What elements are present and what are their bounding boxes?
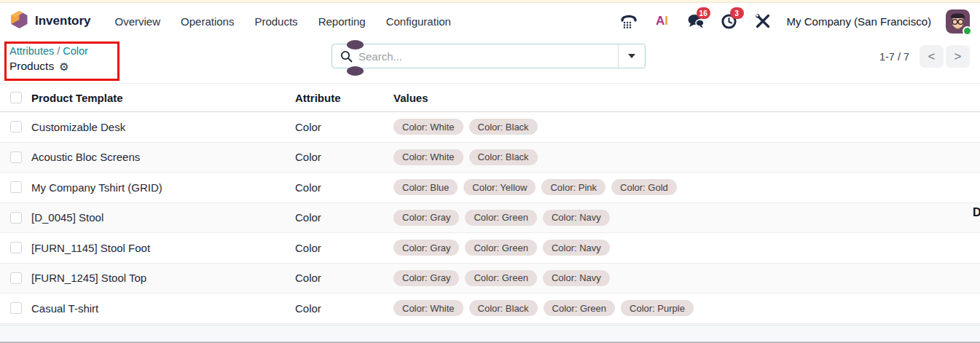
annotation-handle-bottom [347,66,364,76]
header-product-template[interactable]: Product Template [31,92,295,104]
value-badge: Color: Black [469,300,538,316]
table-row[interactable]: Acoustic Bloc ScreensColorColor: WhiteCo… [0,143,980,173]
row-checkbox[interactable] [10,272,22,284]
page-title: Products [9,59,54,74]
row-select-cell [0,242,31,253]
breadcrumb: Attributes/Color Products ⚙ [9,44,88,74]
value-badge: Color: Blue [393,179,458,195]
values-cell: Color: WhiteColor: Black [393,149,980,165]
attribute-cell: Color [295,242,393,254]
value-badge: Color: Purple [621,300,694,316]
table-row[interactable]: [FURN_1145] Stool FootColorColor: GrayCo… [0,233,980,264]
value-badge: Color: Navy [543,240,610,256]
values-cell: Color: WhiteColor: BlackColor: GreenColo… [393,300,980,316]
value-badge: Color: Green [544,300,615,316]
value-badge: Color: Green [465,270,536,286]
ai-icon[interactable]: AI [653,12,672,30]
row-select-cell [0,151,31,163]
attribute-cell: Color [295,151,393,163]
table-row[interactable]: My Company Tshirt (GRID)ColorColor: Blue… [0,173,980,203]
value-badge: Color: White [393,119,463,135]
row-select-cell [0,181,31,193]
product-template-cell: My Company Tshirt (GRID) [31,181,295,194]
value-badge: Color: Pink [541,179,605,195]
row-checkbox[interactable] [10,212,22,224]
row-select-cell [0,302,31,314]
row-checkbox[interactable] [10,302,22,314]
pager-previous-button[interactable]: < [920,45,944,68]
product-template-cell: Acoustic Bloc Screens [31,151,295,163]
company-menu[interactable]: My Company (San Francisco) [787,15,931,28]
table-header: Product Template Attribute Values [0,83,980,112]
values-cell: Color: WhiteColor: Black [393,119,980,135]
value-badge: Color: Green [465,210,536,226]
user-avatar[interactable] [946,9,970,33]
messages-count-badge: 16 [697,7,710,19]
product-template-cell: [FURN_1245] Stool Top [31,272,295,284]
messages-icon[interactable]: 16 [686,12,705,30]
menu-reporting[interactable]: Reporting [310,11,374,32]
control-panel: Attributes/Color Products ⚙ 1-7 / 7 < > [0,39,980,83]
value-badge: Color: Gold [611,179,677,195]
value-badge: Color: Green [465,240,536,256]
pager-range: 1-7 / 7 [879,51,909,63]
row-checkbox[interactable] [10,181,22,193]
table-row[interactable]: Customizable DeskColorColor: WhiteColor:… [0,112,980,143]
row-checkbox[interactable] [10,121,22,133]
table-row[interactable]: [D_0045] StoolColorColor: GrayColor: Gre… [0,203,980,234]
table-row[interactable]: Casual T-shirtColorColor: WhiteColor: Bl… [0,293,980,324]
value-badge: Color: Gray [393,270,459,286]
inventory-app-icon [10,10,28,32]
product-template-cell: Customizable Desk [31,121,295,133]
row-select-cell [0,121,31,133]
row-select-cell [0,272,31,284]
header-values[interactable]: Values [393,92,980,104]
breadcrumb-separator: / [57,45,60,57]
breadcrumb-attributes-link[interactable]: Attributes [9,45,54,57]
footer-area [0,325,980,342]
pager-next-button[interactable]: > [946,45,970,68]
main-menu: Overview Operations Products Reporting C… [107,11,459,32]
top-navbar: Inventory Overview Operations Products R… [0,3,980,39]
row-select-cell [0,212,31,224]
value-badge: Color: Navy [543,210,610,226]
values-cell: Color: GrayColor: GreenColor: Navy [393,270,980,286]
gear-icon[interactable]: ⚙ [59,61,68,72]
product-template-cell: Casual T-shirt [31,302,295,315]
search-input[interactable] [358,50,618,63]
values-cell: Color: GrayColor: GreenColor: Navy [393,210,980,226]
value-badge: Color: Black [469,119,538,135]
value-badge: Color: Gray [393,240,459,256]
attribute-cell: Color [295,181,393,194]
edge-artifact-letter: D [973,206,980,219]
attribute-cell: Color [295,302,393,315]
attribute-cell: Color [295,272,393,284]
menu-products[interactable]: Products [246,11,305,32]
pager: 1-7 / 7 < > [879,45,970,68]
search-dropdown-toggle[interactable] [618,44,645,68]
values-cell: Color: GrayColor: GreenColor: Navy [393,240,980,256]
app-switcher[interactable]: Inventory [10,10,91,32]
value-badge: Color: Gray [393,210,459,226]
row-checkbox[interactable] [10,242,22,253]
search-bar [332,44,646,68]
systray: AI 16 3 My Company (Sa [619,9,970,33]
value-badge: Color: White [393,149,463,165]
value-badge: Color: White [393,300,463,316]
row-checkbox[interactable] [10,151,22,163]
header-attribute[interactable]: Attribute [295,92,393,104]
breadcrumb-color-link[interactable]: Color [63,45,88,57]
value-badge: Color: Black [469,149,538,165]
attribute-cell: Color [295,121,393,133]
attribute-cell: Color [295,211,393,224]
menu-configuration[interactable]: Configuration [378,11,459,32]
header-select-cell [0,92,31,103]
select-all-checkbox[interactable] [10,92,22,103]
tools-icon[interactable] [753,12,772,30]
phone-icon[interactable] [619,12,638,30]
activities-icon[interactable]: 3 [720,12,739,30]
product-template-cell: [FURN_1145] Stool Foot [31,242,295,254]
menu-overview[interactable]: Overview [107,11,169,32]
menu-operations[interactable]: Operations [173,11,242,32]
table-row[interactable]: [FURN_1245] Stool TopColorColor: GrayCol… [0,264,980,294]
